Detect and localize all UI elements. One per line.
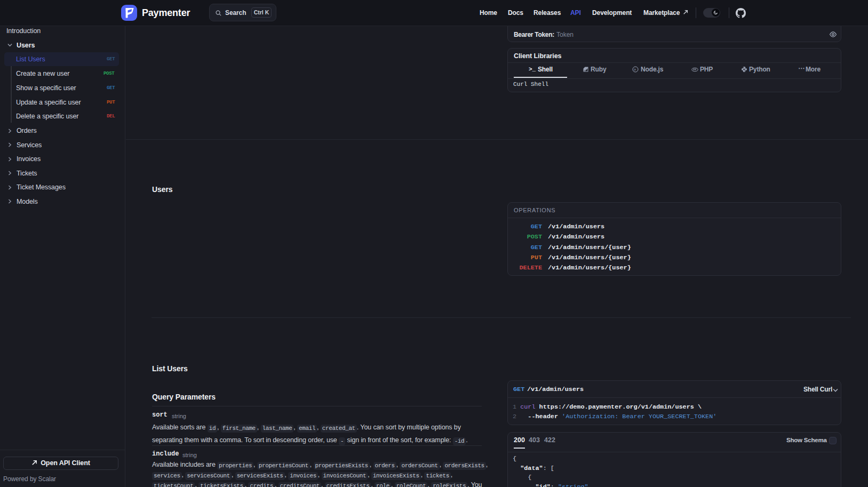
svg-text:js: js (634, 68, 636, 71)
